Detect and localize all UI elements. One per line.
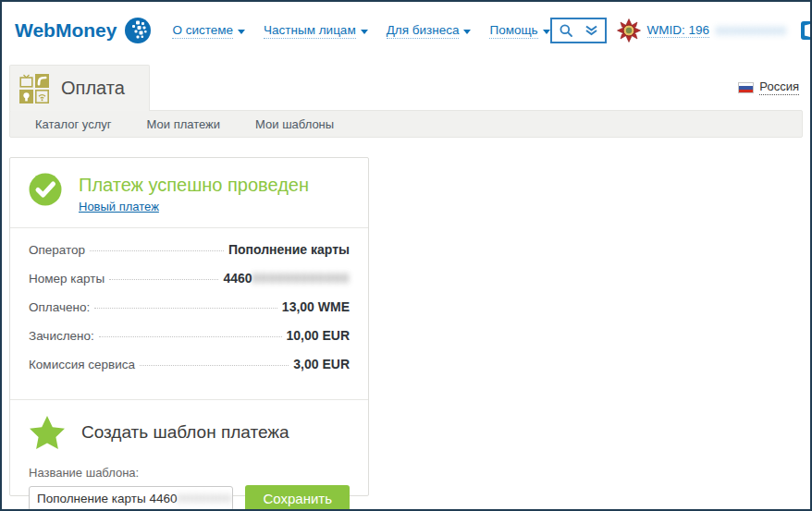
- template-section-title: Создать шаблон платежа: [81, 422, 289, 443]
- detail-value: 10,00 EUR: [287, 328, 350, 343]
- nav-item-label: Для бизнеса: [387, 23, 460, 39]
- star-icon: [29, 414, 66, 451]
- detail-row-credited: Зачислено: 10,00 EUR: [29, 328, 350, 357]
- template-name-input[interactable]: Пополнение карты 44600000000: [29, 486, 233, 511]
- create-template-section: Создать шаблон платежа Название шаблона:…: [10, 399, 368, 511]
- detail-row-card-number: Номер карты 4460000000000000: [29, 271, 350, 299]
- payment-status-section: Платеж успешно проведен Новый платеж: [10, 158, 368, 227]
- chevron-down-icon: [463, 30, 471, 34]
- card-number-prefix: 4460: [223, 271, 252, 286]
- search-scope-chevrons-icon[interactable]: [584, 25, 598, 36]
- new-payment-link[interactable]: Новый платеж: [79, 200, 159, 213]
- russia-flag-icon: [738, 82, 754, 93]
- webmoney-logo-text: WebMoney: [15, 19, 117, 42]
- status-title: Платеж успешно проведен: [79, 174, 309, 196]
- webmoney-window: WebMoney: [0, 0, 812, 511]
- search-box[interactable]: [550, 18, 607, 43]
- detail-label: Оплачено:: [29, 300, 90, 314]
- detail-label: Оператор: [29, 243, 85, 257]
- tv-icon: [19, 74, 33, 88]
- detail-row-operator: Оператор Пополнение карты: [29, 242, 350, 271]
- content-area: Платеж успешно проведен Новый платеж Опе…: [2, 138, 810, 496]
- nav-item-label: Частным лицам: [264, 23, 356, 39]
- passport-badge-icon: [617, 18, 641, 43]
- payment-details-section: Оператор Пополнение карты Номер карты 44…: [10, 227, 368, 399]
- dotted-leader: [90, 250, 224, 251]
- webmoney-globe-icon: [124, 17, 152, 44]
- status-texts: Платеж успешно проведен Новый платеж: [79, 173, 309, 214]
- nav-item-about[interactable]: О системе: [172, 23, 245, 39]
- main-nav: О системе Частным лицам Для бизнеса Помо…: [172, 23, 549, 39]
- chevron-down-icon: [543, 30, 550, 34]
- wmid-masked-digits: 000000000: [716, 24, 787, 38]
- template-name-label: Название шаблона:: [29, 466, 350, 480]
- tab-strip: Оплата Россия: [2, 59, 810, 110]
- template-name-masked: 0000000: [177, 492, 232, 505]
- webmoney-logo[interactable]: WebMoney: [15, 17, 152, 44]
- wmid-label: WMID: 196: [647, 23, 710, 37]
- chevron-down-icon: [238, 30, 245, 34]
- template-header: Создать шаблон платежа: [29, 414, 350, 451]
- dotted-leader: [94, 308, 277, 309]
- nav-item-label: Помощь: [489, 23, 537, 39]
- nav-item-individuals[interactable]: Частным лицам: [264, 23, 368, 39]
- country-label: Россия: [759, 79, 799, 95]
- payment-services-icons: [19, 74, 49, 103]
- wmid-link[interactable]: WMID: 196: [647, 23, 710, 38]
- success-check-icon: [29, 173, 62, 206]
- logout-icon[interactable]: [801, 21, 812, 40]
- subnav-item-my-templates[interactable]: Мои шаблоны: [255, 117, 334, 131]
- card-number-masked: 000000000000: [252, 271, 350, 286]
- payment-result-card: Платеж успешно проведен Новый платеж Опе…: [9, 157, 369, 496]
- header: WebMoney: [2, 2, 810, 59]
- user-area: WMID: 196 000000000: [617, 18, 812, 43]
- country-selector[interactable]: Россия: [738, 79, 799, 95]
- subnav-item-catalog[interactable]: Каталог услуг: [35, 117, 112, 131]
- detail-row-paid: Оплачено: 13,00 WME: [29, 299, 350, 328]
- nav-item-label: О системе: [172, 23, 233, 39]
- wifi-icon: [35, 90, 49, 103]
- search-icon: [559, 23, 573, 38]
- save-button[interactable]: Сохранить: [245, 485, 350, 511]
- template-name-text: Пополнение карты 4460: [37, 492, 177, 505]
- dotted-leader: [99, 336, 282, 337]
- lightbulb-icon: [19, 90, 33, 103]
- detail-value: Пополнение карты: [228, 242, 350, 257]
- nav-item-help[interactable]: Помощь: [489, 23, 549, 39]
- detail-value: 4460000000000000: [223, 271, 350, 286]
- detail-row-commission: Комиссия сервиса 3,00 EUR: [29, 357, 350, 385]
- dotted-leader: [140, 365, 289, 366]
- nav-item-business[interactable]: Для бизнеса: [387, 23, 472, 39]
- subnav-item-my-payments[interactable]: Мои платежи: [147, 117, 221, 131]
- tab-title: Оплата: [61, 78, 125, 99]
- sub-nav: Каталог услуг Мои платежи Мои шаблоны: [9, 110, 803, 138]
- detail-label: Комиссия сервиса: [29, 358, 135, 371]
- dotted-leader: [109, 279, 218, 280]
- chevron-down-icon: [361, 30, 368, 34]
- phone-icon: [35, 74, 49, 88]
- detail-value: 3,00 EUR: [293, 357, 350, 371]
- detail-label: Номер карты: [29, 272, 105, 286]
- detail-label: Зачислено:: [29, 329, 94, 343]
- detail-value: 13,00 WME: [282, 299, 350, 314]
- tab-payments[interactable]: Оплата: [9, 65, 150, 111]
- template-form-row: Пополнение карты 44600000000 Сохранить: [29, 485, 350, 511]
